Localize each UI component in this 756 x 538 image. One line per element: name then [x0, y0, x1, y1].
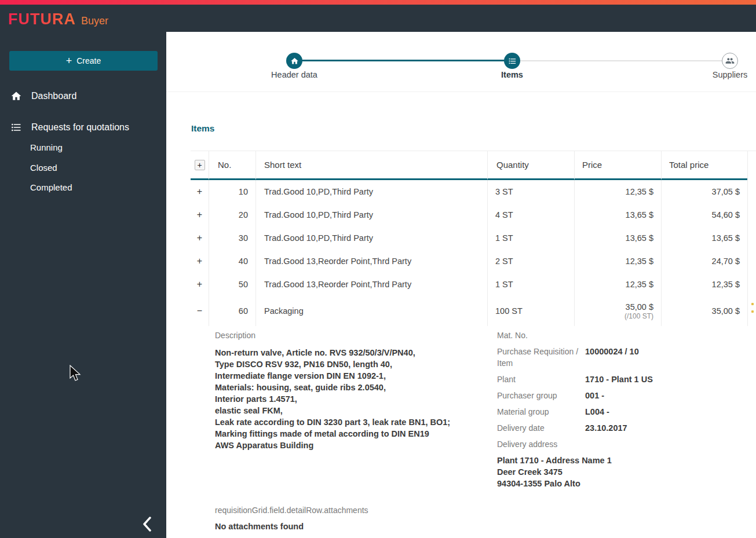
field-delivery-date: Delivery date 23.10.2017	[497, 422, 752, 434]
people-icon	[725, 56, 735, 65]
row-no: 40	[209, 250, 255, 273]
column-header-quantity: Quantity	[487, 151, 574, 180]
row-truncated-cell	[747, 226, 756, 250]
row-truncated-cell	[747, 250, 756, 273]
stepper-divider	[166, 92, 756, 92]
row-short-text: Trad.Good 13,Reorder Point,Thrd Party	[255, 273, 487, 296]
expand-row-button[interactable]: +	[197, 256, 202, 266]
row-price: 12,35 $	[574, 250, 661, 273]
field-mat-no: Mat. No.	[497, 330, 752, 341]
list-icon	[508, 57, 517, 65]
row-price-unit: (/100 ST)	[624, 312, 653, 320]
row-price: 35,00 $ (/100 ST)	[574, 296, 661, 326]
row-no: 60	[209, 296, 255, 326]
field-delivery-address: Delivery address	[497, 438, 752, 450]
step-label-suppliers: Suppliers	[684, 70, 756, 79]
row-no: 50	[209, 273, 255, 296]
list-icon	[10, 122, 22, 133]
row-short-text: Packaging	[255, 296, 487, 326]
chevron-left-icon	[141, 515, 154, 533]
column-header-truncated	[747, 151, 756, 180]
header-expander-cell: +	[191, 151, 209, 180]
row-total-price: 37,05 $	[661, 180, 747, 203]
table-row: + 50 Trad.Good 13,Reorder Point,Thrd Par…	[191, 273, 756, 296]
row-short-text: Trad.Good 10,PD,Third Party	[255, 180, 487, 203]
stepper-connector-todo	[512, 60, 730, 61]
app-logo: FUTURA Buyer	[8, 10, 108, 28]
detail-fields-block: Mat. No. Purchase Requisition / Item 100…	[497, 327, 752, 489]
attachments-empty-message: No attachments found	[215, 521, 368, 532]
table-row: + 40 Trad.Good 13,Reorder Point,Thrd Par…	[191, 250, 756, 273]
table-row-expanded: − 60 Packaging 100 ST 35,00 $ (/100 ST) …	[191, 296, 756, 326]
description-label: Description	[215, 330, 493, 341]
row-truncated-cell	[747, 180, 756, 203]
row-price-value: 35,00 $	[626, 302, 653, 312]
row-quantity: 2 ST	[487, 250, 574, 273]
row-short-text: Trad.Good 10,PD,Third Party	[255, 203, 487, 226]
row-quantity: 1 ST	[487, 273, 574, 296]
row-quantity: 4 ST	[487, 203, 574, 226]
home-icon	[10, 90, 22, 102]
column-header-total-price: Total price	[661, 151, 747, 180]
sidebar-subitem-completed[interactable]: Completed	[30, 179, 72, 195]
description-text: Non-return valve, Article no. RVS 932/50…	[215, 347, 493, 451]
row-price: 12,35 $	[574, 180, 661, 203]
column-header-short-text: Short text	[255, 151, 487, 180]
main-content: Header data Items Suppliers Items + No. …	[166, 32, 756, 538]
row-no: 10	[209, 180, 255, 203]
collapse-sidebar-button[interactable]	[138, 514, 156, 535]
row-price: 13,65 $	[574, 203, 661, 226]
create-button-label: Create	[76, 56, 101, 65]
expand-row-button[interactable]: +	[197, 186, 202, 197]
row-total-price: 13,65 $	[661, 226, 747, 250]
expand-row-button[interactable]: +	[197, 210, 202, 220]
sidebar-item-label: Dashboard	[31, 91, 76, 101]
table-header-row: + No. Short text Quantity Price Total pr…	[191, 151, 756, 180]
field-plant: Plant 1710 - Plant 1 US	[497, 374, 752, 385]
row-price: 12,35 $	[574, 273, 661, 296]
row-short-text: Trad.Good 10,PD,Third Party	[255, 226, 487, 250]
row-total-price: 24,70 $	[661, 250, 747, 273]
plus-icon: +	[66, 57, 72, 65]
row-quantity: 100 ST	[487, 296, 574, 326]
sidebar: FUTURA Buyer + Create Dashboard Requests…	[0, 5, 166, 538]
items-table: + No. Short text Quantity Price Total pr…	[191, 151, 756, 328]
attachments-block: requisitionGrid.field.detailRow.attachme…	[215, 502, 368, 532]
row-no: 20	[209, 203, 255, 226]
row-total-price: 54,60 $	[661, 203, 747, 226]
brand-name: FUTURA	[8, 10, 76, 28]
expand-row-button[interactable]: +	[197, 233, 202, 243]
step-items[interactable]	[504, 53, 520, 69]
row-price: 13,65 $	[574, 226, 661, 250]
row-total-price: 12,35 $	[661, 273, 747, 296]
brand-product: Buyer	[81, 15, 108, 27]
stepper-connector-done	[294, 60, 512, 61]
step-header-data[interactable]	[286, 53, 302, 69]
delivery-address-text: Plant 1710 - Address Name 1 Deer Creek 3…	[497, 455, 752, 489]
collapse-row-button[interactable]: −	[197, 306, 202, 316]
row-total-price: 35,00 $	[661, 296, 747, 326]
sidebar-subitem-running[interactable]: Running	[30, 139, 63, 155]
row-quantity: 3 ST	[487, 180, 574, 203]
home-icon	[290, 57, 299, 65]
sidebar-item-dashboard[interactable]: Dashboard	[0, 87, 166, 105]
row-no: 30	[209, 226, 255, 250]
create-button[interactable]: + Create	[9, 51, 158, 71]
row-short-text: Trad.Good 13,Reorder Point,Thrd Party	[255, 250, 487, 273]
row-truncated-cell	[747, 273, 756, 296]
sidebar-subitem-closed[interactable]: Closed	[30, 159, 57, 175]
table-row: + 10 Trad.Good 10,PD,Third Party 3 ST 12…	[191, 180, 756, 203]
field-purchase-requisition: Purchase Requisition / Item 10000024 / 1…	[497, 346, 752, 369]
field-material-group: Material group L004 -	[497, 406, 752, 418]
sidebar-item-requests-for-quotations[interactable]: Requests for quotations	[0, 118, 166, 137]
expand-row-button[interactable]: +	[197, 279, 202, 290]
expand-all-button[interactable]: +	[195, 160, 205, 170]
step-label-header-data: Header data	[248, 70, 341, 79]
truncated-action-icon[interactable]	[751, 303, 755, 316]
step-suppliers[interactable]	[722, 53, 738, 69]
column-header-no: No.	[209, 151, 255, 180]
table-row: + 20 Trad.Good 10,PD,Third Party 4 ST 13…	[191, 203, 756, 226]
attachments-label: requisitionGrid.field.detailRow.attachme…	[215, 504, 368, 516]
top-gradient-bar	[0, 0, 756, 5]
row-truncated-cell	[747, 203, 756, 226]
